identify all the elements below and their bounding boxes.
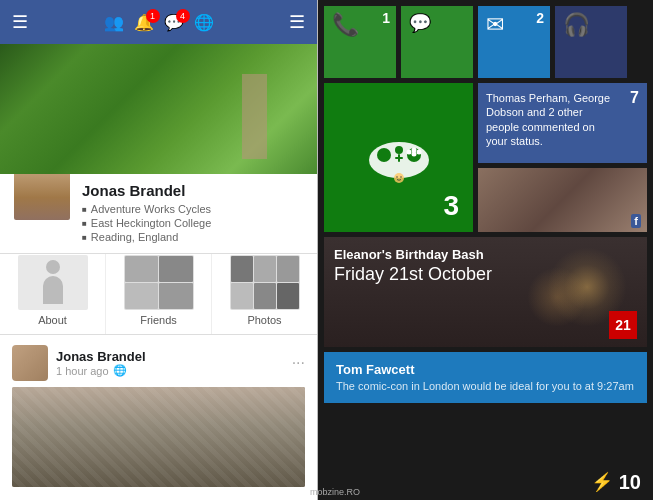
event-content: Eleanor's Birthday Bash Friday 21st Octo… <box>324 237 647 347</box>
messages-badge[interactable]: 💬 4 <box>164 13 184 32</box>
fb-profile-info: Jonas Brandel ■ Adventure Works Cycles ■… <box>82 182 305 245</box>
person-silhouette <box>38 260 68 305</box>
fb-notif-text: Thomas Perham, George Dobson and 2 other… <box>486 91 639 148</box>
notif-column: 7 Thomas Perham, George Dobson and 2 oth… <box>478 83 647 232</box>
xbox-controller-icon <box>364 130 434 185</box>
friends-thumb <box>124 255 194 310</box>
svg-point-1 <box>377 148 391 162</box>
photo-2 <box>254 256 276 282</box>
phone-tile[interactable]: 📞 1 <box>324 6 396 78</box>
fb-nav-buttons: About Friends <box>0 254 317 335</box>
friend-thumb-2 <box>159 256 193 282</box>
bullet-icon: ■ <box>82 219 87 228</box>
message-sender: Tom Fawcett <box>336 362 635 377</box>
post-time: 1 hour ago <box>56 365 109 377</box>
fb-header-center: 👥 🔔 1 💬 4 🌐 <box>104 13 214 32</box>
friends-label: Friends <box>140 314 177 326</box>
post-time-row: 1 hour ago 🌐 <box>56 364 146 377</box>
photo-3 <box>277 256 299 282</box>
photo-1 <box>231 256 253 282</box>
watermark: mobzine.RO <box>310 487 645 497</box>
svg-point-12 <box>400 176 401 177</box>
photo-inner <box>478 168 647 232</box>
post-author: Jonas Brandel <box>56 349 146 364</box>
tile-row-2: 3 7 Thomas Perham, George Dobson and 2 o… <box>324 83 647 232</box>
profile-name: Jonas Brandel <box>82 182 305 199</box>
post-avatar <box>12 345 48 381</box>
post-header-left: Jonas Brandel 1 hour ago 🌐 <box>12 345 146 381</box>
svg-point-10 <box>394 173 404 183</box>
globe-icon[interactable]: 🌐 <box>194 13 214 32</box>
photo-5 <box>254 283 276 309</box>
headphones-tile[interactable]: 🎧 <box>555 6 627 78</box>
svg-rect-5 <box>398 154 400 162</box>
svg-point-6 <box>406 150 411 155</box>
phone-count: 1 <box>382 10 390 26</box>
globe-small-icon: 🌐 <box>113 364 127 377</box>
fb-header-right: ☰ <box>289 11 305 33</box>
message-tile[interactable]: 💬 <box>401 6 473 78</box>
post-header: Jonas Brandel 1 hour ago 🌐 ··· <box>12 345 305 381</box>
fb-cover-photo <box>0 44 317 174</box>
company-name: Adventure Works Cycles <box>91 203 211 215</box>
fb-header-left: ☰ <box>12 11 28 33</box>
svg-point-9 <box>411 152 416 157</box>
windows-phone-panel: 📞 1 💬 ✉ 2 🎧 <box>318 0 653 500</box>
menu-icon[interactable]: ☰ <box>12 11 28 33</box>
fb-profile-section: Jonas Brandel ■ Adventure Works Cycles ■… <box>0 174 317 254</box>
location-info: ■ Reading, England <box>82 231 305 243</box>
mail-icon: ✉ <box>486 12 504 38</box>
message-notification-tile[interactable]: Tom Fawcett The comic-con in London woul… <box>324 352 647 403</box>
xbox-count: 3 <box>443 190 459 222</box>
svg-point-8 <box>416 150 421 155</box>
fb-notification-tile[interactable]: 7 Thomas Perham, George Dobson and 2 oth… <box>478 83 647 163</box>
event-title: Eleanor's Birthday Bash <box>334 247 637 262</box>
mail-count: 2 <box>536 10 544 26</box>
bullet-icon: ■ <box>82 205 87 214</box>
head <box>46 260 60 274</box>
post-image <box>12 387 305 487</box>
bullet-icon: ■ <box>82 233 87 242</box>
about-label: About <box>38 314 67 326</box>
photos-label: Photos <box>247 314 281 326</box>
tile-row-1: 📞 1 💬 ✉ 2 🎧 <box>324 6 647 78</box>
photo-tile[interactable]: f <box>478 168 647 232</box>
school-info: ■ East Heckington College <box>82 217 305 229</box>
friend-thumb-4 <box>159 283 193 309</box>
messages-count: 4 <box>176 9 190 23</box>
event-tile[interactable]: Eleanor's Birthday Bash Friday 21st Octo… <box>324 237 647 347</box>
fb-header: ☰ 👥 🔔 1 💬 4 🌐 ☰ <box>0 0 317 44</box>
message-tile-icon: 💬 <box>409 12 431 34</box>
friends-nav-button[interactable]: Friends <box>106 254 212 334</box>
friend-thumb-3 <box>125 283 159 309</box>
phone-icon: 📞 <box>332 12 359 38</box>
mail-tile[interactable]: ✉ 2 <box>478 6 550 78</box>
body <box>43 276 63 304</box>
headphones-icon: 🎧 <box>563 12 590 38</box>
facebook-panel: ☰ 👥 🔔 1 💬 4 🌐 ☰ <box>0 0 318 500</box>
event-day-badge: 21 <box>609 311 637 339</box>
svg-point-11 <box>396 176 397 177</box>
wp-tiles-grid: 📞 1 💬 ✉ 2 🎧 <box>318 0 653 464</box>
fb-notif-count: 7 <box>630 89 639 107</box>
post-meta: Jonas Brandel 1 hour ago 🌐 <box>56 349 146 377</box>
notifications-count: 1 <box>146 9 160 23</box>
company-info: ■ Adventure Works Cycles <box>82 203 305 215</box>
notifications-badge[interactable]: 🔔 1 <box>134 13 154 32</box>
friends-badge[interactable]: 👥 <box>104 13 124 32</box>
fb-logo-badge: f <box>631 214 641 228</box>
about-nav-button[interactable]: About <box>0 254 106 334</box>
search-icon[interactable]: ☰ <box>289 12 305 32</box>
about-thumb <box>18 255 88 310</box>
xbox-tile[interactable]: 3 <box>324 83 473 232</box>
friend-thumb-1 <box>125 256 159 282</box>
svg-point-3 <box>395 146 403 154</box>
location-name: Reading, England <box>91 231 178 243</box>
event-date: Friday 21st October <box>334 264 637 285</box>
photos-thumb <box>230 255 300 310</box>
photos-nav-button[interactable]: Photos <box>212 254 317 334</box>
fb-post: Jonas Brandel 1 hour ago 🌐 ··· <box>0 335 317 500</box>
post-options-button[interactable]: ··· <box>292 354 305 372</box>
school-name: East Heckington College <box>91 217 211 229</box>
photo-4 <box>231 283 253 309</box>
